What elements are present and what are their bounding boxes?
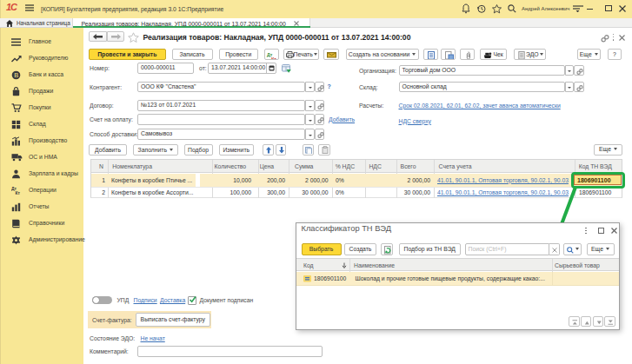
svg-text:Кт: Кт: [16, 190, 21, 195]
svg-text:B: B: [14, 71, 18, 79]
